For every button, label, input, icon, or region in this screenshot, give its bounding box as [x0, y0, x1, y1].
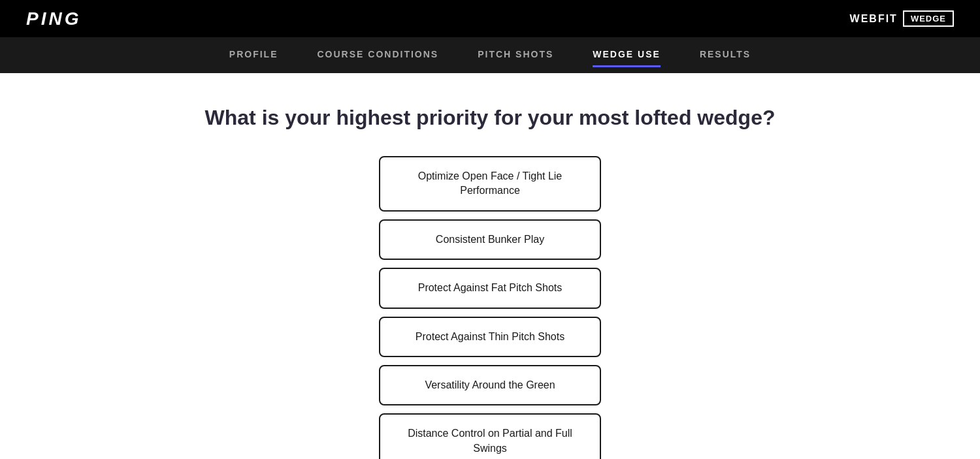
options-container: Optimize Open Face / Tight Lie Performan…	[379, 156, 601, 459]
question-title: What is your highest priority for your m…	[205, 106, 776, 130]
nav-item-profile[interactable]: PROFILE	[229, 49, 278, 62]
option-versatility[interactable]: Versatility Around the Green	[379, 365, 601, 405]
main-content: What is your highest priority for your m…	[0, 73, 980, 459]
wedge-badge: WEDGE	[903, 10, 954, 27]
option-fat-pitch[interactable]: Protect Against Fat Pitch Shots	[379, 268, 601, 308]
option-distance-control[interactable]: Distance Control on Partial and Full Swi…	[379, 413, 601, 459]
nav-item-wedge-use[interactable]: WEDGE USE	[593, 49, 661, 62]
option-bunker-play[interactable]: Consistent Bunker Play	[379, 219, 601, 260]
option-thin-pitch[interactable]: Protect Against Thin Pitch Shots	[379, 317, 601, 357]
header: PING WEBFIT WEDGE	[0, 0, 980, 37]
nav-item-results[interactable]: RESULTS	[700, 49, 751, 62]
webfit-label: WEBFIT	[850, 13, 898, 25]
logo: PING	[26, 8, 81, 29]
nav-item-course-conditions[interactable]: COURSE CONDITIONS	[317, 49, 438, 62]
header-right: WEBFIT WEDGE	[850, 10, 954, 27]
logo-text: PING	[26, 8, 81, 29]
nav-item-pitch-shots[interactable]: PITCH SHOTS	[478, 49, 553, 62]
main-nav: PROFILE COURSE CONDITIONS PITCH SHOTS WE…	[0, 37, 980, 73]
option-open-face[interactable]: Optimize Open Face / Tight Lie Performan…	[379, 156, 601, 212]
